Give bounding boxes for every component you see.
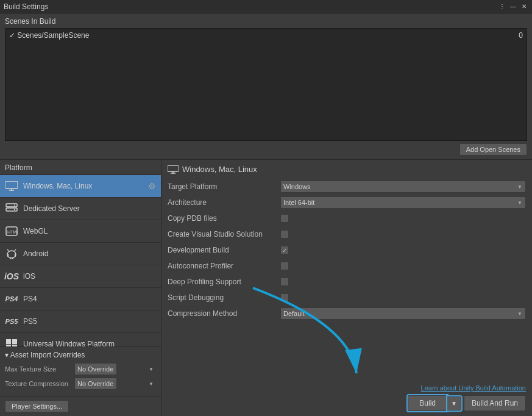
vs-solution-label: Create Visual Studio Solution xyxy=(168,230,280,238)
platform-item-dedicated-server[interactable]: Dedicated Server xyxy=(0,198,161,220)
platform-item-android[interactable]: Android xyxy=(0,243,161,265)
dev-build-checkbox[interactable] xyxy=(280,246,289,254)
platform-label-uwp: Universal Windows Platform xyxy=(23,340,156,346)
platform-header: Platform xyxy=(0,160,161,175)
script-debugging-checkbox[interactable] xyxy=(280,293,289,302)
platform-label-webgl: WebGL xyxy=(23,227,156,235)
minimize-icon[interactable]: — xyxy=(509,2,517,11)
window-title: Build Settings xyxy=(4,2,48,11)
autoconnect-profiler-checkbox[interactable] xyxy=(280,262,289,270)
scene-name: ✓ Scenes/SampleScene xyxy=(9,31,89,40)
ios-icon: iOS xyxy=(5,270,18,283)
learn-link[interactable]: Learn about Unity Build Automation xyxy=(421,384,526,392)
copy-pdb-label: Copy PDB files xyxy=(168,214,280,223)
build-dropdown-arrow[interactable]: ▼ xyxy=(447,396,461,411)
window-controls[interactable]: ⋮ — ✕ xyxy=(498,2,528,11)
script-debugging-value xyxy=(280,293,526,302)
platform-item-windows-mac-linux[interactable]: Windows, Mac, Linux ⚙ xyxy=(0,175,161,198)
settings-bottom-area: Learn about Unity Build Automation Build… xyxy=(168,373,526,411)
settings-bottom: Learn about Unity Build Automation Build… xyxy=(168,384,526,411)
svg-rect-0 xyxy=(5,181,18,188)
compression-method-wrapper[interactable]: Default LZ4 LZ4HC xyxy=(280,307,526,320)
dev-build-row: Development Build xyxy=(168,243,526,257)
svg-rect-22 xyxy=(168,165,179,171)
platform-label-ps4: PS4 xyxy=(23,295,156,303)
platform-list: Windows, Mac, Linux ⚙ Dedicated Server xyxy=(0,175,161,346)
dev-build-label: Development Build xyxy=(168,246,280,254)
settings-gear-icon[interactable]: ⚙ xyxy=(148,181,156,191)
platform-item-ios[interactable]: iOS iOS xyxy=(0,265,161,288)
vs-solution-checkbox[interactable] xyxy=(280,230,289,238)
texture-compression-select[interactable]: No Override xyxy=(74,378,117,390)
main-window: Scenes In Build ✓ Scenes/SampleScene 0 A… xyxy=(0,13,532,416)
scene-item: ✓ Scenes/SampleScene 0 xyxy=(7,30,525,41)
compression-method-row: Compression Method Default LZ4 LZ4HC xyxy=(168,307,526,320)
target-platform-label: Target Platform xyxy=(168,182,280,191)
script-debugging-row: Script Debugging xyxy=(168,291,526,304)
add-open-scenes-button[interactable]: Add Open Scenes xyxy=(459,143,527,156)
platform-panel: Platform Windows, Mac, Linux ⚙ xyxy=(0,160,161,416)
copy-pdb-checkbox[interactable] xyxy=(280,214,289,223)
server-icon xyxy=(5,202,18,215)
compression-method-select[interactable]: Default LZ4 LZ4HC xyxy=(280,307,526,320)
build-and-run-button[interactable]: Build And Run xyxy=(464,395,526,411)
max-texture-select[interactable]: No Override xyxy=(74,363,117,375)
platform-item-ps4[interactable]: PS4 PS4 xyxy=(0,288,161,310)
platform-item-ps5[interactable]: PS5 PS5 xyxy=(0,310,161,333)
architecture-select[interactable]: Intel 64-bit Intel 32-bit ARM64 xyxy=(280,196,526,209)
target-platform-row: Target Platform Windows Mac OS X Linux xyxy=(168,180,526,193)
dev-build-value xyxy=(280,246,526,254)
vs-solution-value xyxy=(280,230,526,238)
max-texture-size-row: Max Texture Size No Override xyxy=(5,363,156,375)
player-settings-button[interactable]: Player Settings... xyxy=(5,400,69,412)
svg-rect-13 xyxy=(15,254,16,257)
svg-point-16 xyxy=(10,253,11,254)
title-bar: Build Settings ⋮ — ✕ xyxy=(0,0,532,13)
svg-line-11 xyxy=(15,249,16,251)
svg-text:HTML: HTML xyxy=(7,230,18,234)
deep-profiling-row: Deep Profiling Support xyxy=(168,275,526,289)
svg-rect-14 xyxy=(10,257,11,259)
scenes-actions: Add Open Scenes xyxy=(5,143,527,156)
svg-point-6 xyxy=(14,209,15,210)
texture-compression-select-wrapper[interactable]: No Override xyxy=(74,378,156,390)
platform-item-uwp[interactable]: Universal Windows Platform xyxy=(0,333,161,346)
platform-label-windows: Windows, Mac, Linux xyxy=(23,182,143,190)
close-icon[interactable]: ✕ xyxy=(520,2,528,11)
menu-icon[interactable]: ⋮ xyxy=(498,2,506,11)
webgl-icon: HTML xyxy=(5,224,18,238)
ps5-icon: PS5 xyxy=(5,315,18,328)
settings-panel-title: Windows, Mac, Linux xyxy=(182,165,257,174)
action-buttons: Build ▼ Build And Run xyxy=(408,395,526,411)
target-platform-wrapper[interactable]: Windows Mac OS X Linux xyxy=(280,181,526,193)
build-button[interactable]: Build xyxy=(408,395,447,411)
scene-index: 0 xyxy=(519,31,523,40)
settings-monitor-icon xyxy=(168,165,179,174)
architecture-wrapper[interactable]: Intel 64-bit Intel 32-bit ARM64 xyxy=(280,196,526,209)
svg-rect-4 xyxy=(6,208,17,211)
platform-item-webgl[interactable]: HTML WebGL xyxy=(0,220,161,243)
copy-pdb-value xyxy=(280,214,526,223)
platform-label-android: Android xyxy=(23,249,156,258)
svg-rect-19 xyxy=(12,339,17,344)
deep-profiling-checkbox[interactable] xyxy=(280,278,289,286)
autoconnect-profiler-value xyxy=(280,262,526,270)
architecture-label: Architecture xyxy=(168,198,280,207)
architecture-row: Architecture Intel 64-bit Intel 32-bit A… xyxy=(168,196,526,209)
scenes-header: Scenes In Build xyxy=(5,17,527,26)
asset-overrides: ▾ Asset Import Overrides Max Texture Siz… xyxy=(0,346,161,396)
platform-label-dedicated-server: Dedicated Server xyxy=(23,204,156,213)
svg-point-9 xyxy=(7,251,16,258)
svg-line-10 xyxy=(7,249,9,251)
target-platform-select[interactable]: Windows Mac OS X Linux xyxy=(280,181,526,193)
ps4-icon: PS4 xyxy=(5,292,18,306)
right-panel-wrapper: Windows, Mac, Linux Target Platform Wind… xyxy=(161,160,532,416)
platform-label-ps5: PS5 xyxy=(23,317,156,326)
svg-point-17 xyxy=(13,253,14,254)
svg-rect-3 xyxy=(6,204,17,207)
max-texture-select-wrapper[interactable]: No Override xyxy=(74,363,156,375)
deep-profiling-value xyxy=(280,278,526,286)
bottom-section: Platform Windows, Mac, Linux ⚙ xyxy=(0,160,532,416)
vs-solution-row: Create Visual Studio Solution xyxy=(168,228,526,241)
svg-rect-12 xyxy=(7,254,9,257)
